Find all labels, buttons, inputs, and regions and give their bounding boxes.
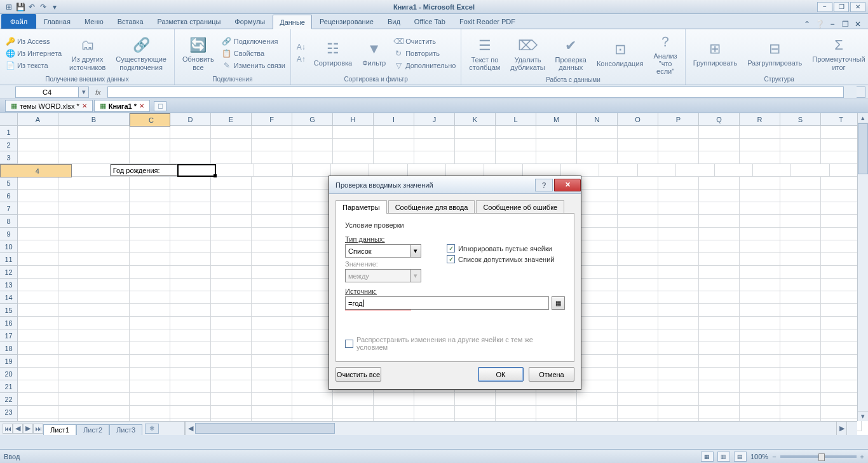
advanced-button[interactable]: ▽Дополнительно xyxy=(392,60,457,71)
cell-N14[interactable] xyxy=(577,291,618,304)
view-pagebreak-button[interactable]: ▤ xyxy=(734,452,747,462)
cell-O9[interactable] xyxy=(618,228,658,240)
cell-A5[interactable] xyxy=(18,177,58,190)
cell-O20[interactable] xyxy=(618,368,658,380)
cell-D13[interactable] xyxy=(170,279,211,291)
cell-D1[interactable] xyxy=(170,126,211,139)
cell-A23[interactable] xyxy=(18,406,58,418)
cell-B19[interactable] xyxy=(58,355,130,368)
namebox-dropdown[interactable]: ▾ xyxy=(79,86,89,98)
from-web-button[interactable]: 🌐Из Интернета xyxy=(4,48,63,59)
cell-A14[interactable] xyxy=(18,291,58,304)
cell-G3[interactable] xyxy=(292,151,333,164)
col-header-H[interactable]: H xyxy=(333,113,374,125)
clear-filter-button[interactable]: ⌫Очистить xyxy=(392,36,457,47)
cell-P18[interactable] xyxy=(658,342,699,355)
cell-B2[interactable] xyxy=(58,139,130,151)
cell-F19[interactable] xyxy=(252,355,292,368)
cell-P20[interactable] xyxy=(658,368,699,380)
cell-B8[interactable] xyxy=(58,215,130,228)
col-header-A[interactable]: A xyxy=(18,113,58,125)
dialog-tab-error-msg[interactable]: Сообщение об ошибке xyxy=(476,200,564,214)
view-normal-button[interactable]: ▦ xyxy=(701,452,714,462)
cell-Q7[interactable] xyxy=(699,202,740,215)
cell-P1[interactable] xyxy=(658,126,699,139)
row-header-3[interactable]: 3 xyxy=(0,151,18,164)
row-header-21[interactable]: 21 xyxy=(0,380,18,393)
cell-P6[interactable] xyxy=(658,190,699,202)
cell-B10[interactable] xyxy=(58,240,130,253)
cell-G16[interactable] xyxy=(292,317,333,329)
cell-P11[interactable] xyxy=(658,253,699,266)
cell-S7[interactable] xyxy=(780,202,821,215)
cell-B1[interactable] xyxy=(58,126,130,139)
cell-P7[interactable] xyxy=(658,202,699,215)
sort-desc-button[interactable]: A↑ xyxy=(295,53,308,65)
cell-D10[interactable] xyxy=(170,240,211,253)
cell-B23[interactable] xyxy=(58,406,130,418)
cell-T13[interactable] xyxy=(821,279,862,291)
cell-G8[interactable] xyxy=(292,215,333,228)
cell-T10[interactable] xyxy=(821,240,862,253)
cell-D2[interactable] xyxy=(170,139,211,151)
cell-G5[interactable] xyxy=(292,177,333,190)
cell-P5[interactable] xyxy=(658,177,699,190)
cell-A3[interactable] xyxy=(18,151,58,164)
horizontal-scrollbar[interactable]: ◀▶ xyxy=(184,422,846,435)
in-cell-dropdown-checkbox[interactable]: ✓Список допустимых значений xyxy=(447,255,554,263)
cell-G15[interactable] xyxy=(292,304,333,317)
cell-F22[interactable] xyxy=(252,393,292,406)
cell-L4[interactable] xyxy=(523,164,561,177)
cell-C19[interactable] xyxy=(130,355,170,368)
dialog-tab-input-msg[interactable]: Сообщение для ввода xyxy=(388,200,475,214)
cell-S14[interactable] xyxy=(780,291,821,304)
minimize-button[interactable]: − xyxy=(817,2,832,12)
row-header-2[interactable]: 2 xyxy=(0,139,18,151)
cell-D5[interactable] xyxy=(170,177,211,190)
col-header-E[interactable]: E xyxy=(211,113,252,125)
cell-S5[interactable] xyxy=(780,177,821,190)
qat-dropdown-icon[interactable]: ▾ xyxy=(50,2,60,12)
cell-T11[interactable] xyxy=(821,253,862,266)
dialog-tab-params[interactable]: Параметры xyxy=(336,200,387,214)
cell-Q9[interactable] xyxy=(699,228,740,240)
new-sheet-button[interactable]: ✱ xyxy=(145,424,159,434)
cell-O8[interactable] xyxy=(618,215,658,228)
cell-O23[interactable] xyxy=(618,406,658,418)
cell-R18[interactable] xyxy=(740,342,780,355)
cell-Q10[interactable] xyxy=(699,240,740,253)
text-to-columns-button[interactable]: ☰Текст по столбцам xyxy=(465,34,504,73)
cell-C1[interactable] xyxy=(130,126,170,139)
cell-S3[interactable] xyxy=(780,151,821,164)
cell-G2[interactable] xyxy=(292,139,333,151)
cell-C8[interactable] xyxy=(130,215,170,228)
cell-A20[interactable] xyxy=(18,368,58,380)
cell-G1[interactable] xyxy=(292,126,333,139)
cell-O15[interactable] xyxy=(618,304,658,317)
cell-Q3[interactable] xyxy=(699,151,740,164)
cell-M2[interactable] xyxy=(536,139,577,151)
cell-D9[interactable] xyxy=(170,228,211,240)
connections-button[interactable]: 🔗Подключения xyxy=(220,36,287,47)
cell-R9[interactable] xyxy=(740,228,780,240)
cell-I23[interactable] xyxy=(374,406,414,418)
cell-S23[interactable] xyxy=(780,406,821,418)
cell-P17[interactable] xyxy=(658,329,699,342)
cell-N7[interactable] xyxy=(577,202,618,215)
cell-B4[interactable]: Год рождения: xyxy=(111,164,178,177)
ribbon-minimize-icon[interactable]: ⌃ xyxy=(802,20,812,29)
cell-S2[interactable] xyxy=(780,139,821,151)
cell-D6[interactable] xyxy=(170,190,211,202)
cell-D19[interactable] xyxy=(170,355,211,368)
cell-C14[interactable] xyxy=(130,291,170,304)
cell-L1[interactable] xyxy=(496,126,536,139)
cell-E18[interactable] xyxy=(211,342,252,355)
row-header-20[interactable]: 20 xyxy=(0,368,18,380)
cell-P13[interactable] xyxy=(658,279,699,291)
sheet-tab-2[interactable]: Лист2 xyxy=(76,424,109,435)
cell-H23[interactable] xyxy=(333,406,374,418)
cell-M1[interactable] xyxy=(536,126,577,139)
cell-R5[interactable] xyxy=(740,177,780,190)
cell-G17[interactable] xyxy=(292,329,333,342)
view-layout-button[interactable]: ▥ xyxy=(717,452,730,462)
